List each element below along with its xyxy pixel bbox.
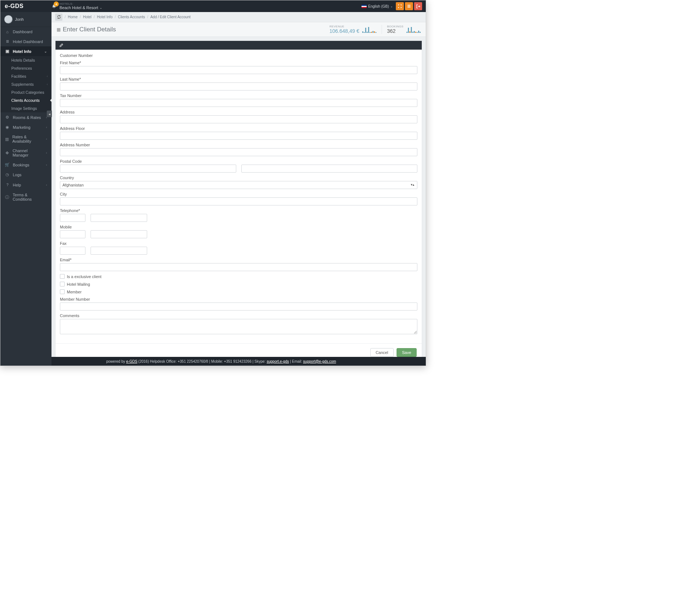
chevron-left-icon: ‹: [46, 183, 47, 187]
fullscreen-button[interactable]: [396, 2, 404, 10]
breadcrumb-hotel-info[interactable]: Hotel Info: [97, 15, 112, 19]
label-telephone: Telephone*: [60, 208, 417, 213]
input-postal-2[interactable]: [241, 165, 418, 173]
panel-header: [56, 41, 422, 50]
subnav-hotels-details[interactable]: Hotels Details: [0, 56, 51, 64]
input-member-number[interactable]: [60, 303, 417, 311]
menu-button[interactable]: [405, 2, 413, 10]
label-mobile: Mobile: [60, 225, 417, 229]
cancel-button[interactable]: Cancel: [370, 348, 394, 357]
input-comments[interactable]: [60, 319, 417, 334]
bookings-label: BOOKINGS: [387, 25, 403, 28]
target-icon: ◉: [5, 125, 10, 130]
hotel-name: Beach Hotel & Resort: [60, 5, 98, 10]
form-panel: Customer Number First Name* Last Name* T…: [55, 41, 422, 357]
refresh-button[interactable]: [55, 14, 62, 21]
nav-bookings[interactable]: 🛒Bookings‹: [0, 160, 51, 170]
bookings-sparkline: [406, 26, 421, 33]
avatar: [4, 15, 13, 24]
input-fax-number[interactable]: [91, 247, 147, 255]
bookings-value: 362: [387, 28, 395, 34]
nav-terms[interactable]: ⓘTerms & Conditions: [0, 190, 51, 204]
nav-hotel-dashboard[interactable]: ≣Hotel Dashboard: [0, 36, 51, 46]
nav-rooms-rates[interactable]: ⚙Rooms & Rates‹: [0, 112, 51, 122]
label-postal-code: Postal Code: [60, 159, 417, 163]
input-tax-number[interactable]: [60, 99, 417, 107]
nav-hotel-info[interactable]: ▣Hotel Info⌄: [0, 46, 51, 56]
input-telephone-code[interactable]: [60, 214, 85, 222]
clipboard-icon: ▣: [5, 49, 10, 54]
input-telephone-number[interactable]: [91, 214, 147, 222]
footer-skype-link[interactable]: support.e-gds: [267, 359, 289, 363]
user-block[interactable]: Jonh: [0, 12, 51, 27]
label-country: Country: [60, 176, 417, 180]
subnav-clients-accounts[interactable]: Clients Accounts: [0, 96, 51, 104]
label-address-floor: Address Floor: [60, 126, 417, 131]
footer: powered by e-GDS (2016) Helpdesk Office:…: [51, 357, 426, 366]
checkbox-hotel-mailing[interactable]: Hotel Mailing: [60, 282, 417, 286]
nav-marketing[interactable]: ◉Marketing‹: [0, 122, 51, 132]
stat-bookings: BOOKINGS 362: [382, 25, 421, 34]
nav-logs[interactable]: ◷Logs: [0, 170, 51, 180]
breadcrumb-home[interactable]: Home: [68, 15, 78, 19]
input-last-name[interactable]: [60, 82, 417, 90]
input-fax-code[interactable]: [60, 247, 85, 255]
save-button[interactable]: Save: [397, 348, 417, 357]
label-fax: Fax: [60, 241, 417, 246]
nav-help[interactable]: ？Help‹: [0, 180, 51, 190]
chevron-left-icon: ‹: [46, 137, 47, 141]
checkbox-box: [60, 289, 65, 294]
footer-email-link[interactable]: support@e-gds.com: [303, 359, 336, 363]
app-shell: e-GDS 4 HOTELS: Beach Hotel & Resort ⌄ E…: [0, 0, 426, 366]
list-icon: ≣: [5, 39, 10, 44]
checkbox-label: Is a exclusive client: [67, 274, 102, 279]
hotel-selector[interactable]: HOTELS: Beach Hotel & Resort ⌄: [60, 3, 102, 10]
sidebar-toggle[interactable]: ◂: [47, 111, 52, 117]
logo: e-GDS: [0, 3, 51, 9]
subnav-product-categories[interactable]: Product Categories: [0, 88, 51, 96]
subnav-facilities[interactable]: Facilities‹: [0, 72, 51, 80]
sidebar: Jonh ⌂Dashboard ≣Hotel Dashboard ▣Hotel …: [0, 12, 51, 366]
footer-powered: powered by e-GDS (2016) Helpdesk Office:…: [106, 359, 336, 363]
user-name: Jonh: [15, 17, 24, 22]
checkbox-label: Hotel Mailing: [67, 282, 90, 286]
subnav-supplements[interactable]: Supplements‹: [0, 80, 51, 88]
title-bar: ▦ Enter Client Details REVENUE 106.648,4…: [51, 22, 426, 37]
stat-revenue: REVENUE 106.648,49 €: [324, 25, 376, 34]
input-address[interactable]: [60, 115, 417, 123]
input-address-floor[interactable]: [60, 132, 417, 140]
footer-brand-link[interactable]: e-GDS: [126, 359, 137, 363]
input-address-number[interactable]: [60, 148, 417, 156]
checkbox-exclusive[interactable]: Is a exclusive client: [60, 274, 417, 279]
breadcrumb-hotel[interactable]: Hotel: [83, 15, 91, 19]
edit-icon: [59, 43, 63, 47]
label-tax-number: Tax Number: [60, 93, 417, 98]
breadcrumb-current: Add / Edit Client Account: [150, 15, 191, 19]
revenue-sparkline: [362, 26, 376, 33]
input-mobile-code[interactable]: [60, 230, 85, 238]
subnav-image-settings[interactable]: Image Settings: [0, 104, 51, 112]
chevron-left-icon: ‹: [46, 151, 47, 155]
notification-bell[interactable]: 4: [51, 4, 57, 9]
checkbox-box: [60, 274, 65, 279]
nav-channel-manager[interactable]: ✥Channel Manager‹: [0, 146, 51, 160]
logout-button[interactable]: [414, 2, 422, 10]
info-icon: ⓘ: [5, 194, 10, 200]
revenue-label: REVENUE: [329, 25, 359, 28]
subnav-preferences[interactable]: Preferences: [0, 64, 51, 72]
nav-dashboard[interactable]: ⌂Dashboard: [0, 27, 51, 36]
nav-rates-availability[interactable]: ▥Rates & Availability‹: [0, 132, 51, 146]
chevron-left-icon: ‹: [47, 82, 48, 86]
input-city[interactable]: [60, 197, 417, 205]
topbar: e-GDS 4 HOTELS: Beach Hotel & Resort ⌄ E…: [0, 0, 426, 12]
building-icon: ▦: [57, 27, 61, 32]
input-mobile-number[interactable]: [91, 230, 147, 238]
chevron-left-icon: ◂: [49, 112, 50, 116]
breadcrumb-clients-accounts[interactable]: Clients Accounts: [118, 15, 145, 19]
checkbox-member[interactable]: Member: [60, 289, 417, 294]
select-country[interactable]: Afghanistan: [60, 181, 417, 189]
input-postal-1[interactable]: [60, 165, 236, 173]
input-email[interactable]: [60, 263, 417, 271]
language-selector[interactable]: English (GB) ⌄: [362, 4, 393, 8]
input-first-name[interactable]: [60, 66, 417, 74]
